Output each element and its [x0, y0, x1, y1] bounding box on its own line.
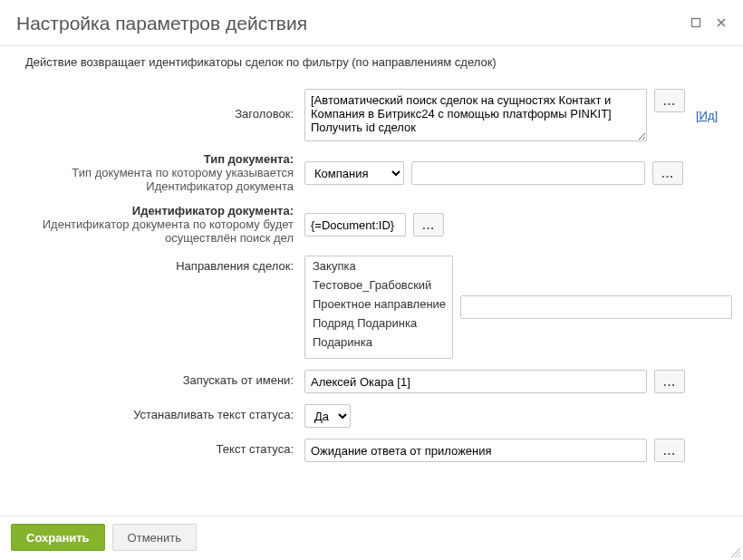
list-item[interactable]: Подряд Подаринка — [305, 314, 452, 333]
row-status-text: Текст статуса: ... — [13, 439, 727, 462]
doc-type-extra-input[interactable] — [411, 161, 645, 185]
run-as-dots-button[interactable]: ... — [654, 370, 685, 393]
status-text-input[interactable] — [304, 439, 647, 462]
row-title: Заголовок: [Автоматический поиск сделок … — [13, 89, 727, 141]
run-as-input[interactable] — [304, 370, 647, 393]
list-item[interactable]: Подаринка — [305, 333, 452, 352]
row-set-status: Устанавливать текст статуса: Да — [13, 404, 727, 428]
set-status-select[interactable]: Да — [304, 404, 351, 428]
label-doc-id: Идентификатор документа: — [13, 204, 294, 217]
row-run-as: Запускать от имени: ... — [13, 370, 727, 393]
close-icon[interactable] — [716, 17, 727, 30]
label-doc-id-sub: Идентификатор документа по которому буде… — [13, 217, 294, 245]
window-controls — [690, 17, 727, 30]
doc-type-dots-button[interactable]: ... — [652, 161, 683, 185]
doc-type-select[interactable]: Компания — [304, 161, 404, 185]
directions-listbox[interactable]: ЗакупкаТестовое_ГрабовскийПроектное напр… — [304, 256, 453, 359]
label-status-text: Текст статуса: — [13, 439, 304, 456]
save-button[interactable]: Сохранить — [11, 524, 105, 551]
title-textarea[interactable]: [Автоматический поиск сделок на сущностя… — [304, 89, 647, 141]
title-dots-button[interactable]: ... — [654, 89, 685, 112]
dialog-title: Настройка параметров действия — [16, 13, 307, 34]
maximize-icon[interactable] — [690, 17, 701, 30]
label-doc-type: Тип документа: — [13, 152, 294, 166]
dialog-settings: Настройка параметров действия Действие в… — [0, 0, 743, 560]
titlebar: Настройка параметров действия — [0, 0, 743, 45]
svg-rect-0 — [692, 19, 700, 27]
label-directions: Направления сделок: — [13, 256, 304, 273]
action-description: Действие возвращает идентификаторы сдело… — [13, 46, 727, 78]
scroll-area[interactable]: Действие возвращает идентификаторы сдело… — [0, 46, 739, 516]
body: Действие возвращает идентификаторы сдело… — [0, 46, 743, 516]
label-run-as: Запускать от имени: — [13, 370, 304, 387]
status-text-dots-button[interactable]: ... — [654, 439, 685, 462]
list-item[interactable]: Тестовое_Грабовский — [305, 275, 452, 294]
id-link[interactable]: [Ид] — [696, 109, 718, 122]
doc-id-input[interactable] — [304, 213, 406, 237]
label-set-status: Устанавливать текст статуса: — [13, 404, 304, 421]
row-doc-type: Тип документа: Тип документа по которому… — [13, 152, 727, 193]
footer: Сохранить Отменить — [0, 516, 743, 560]
directions-extra-input[interactable] — [460, 295, 732, 319]
list-item[interactable]: Проектное направление — [305, 294, 452, 314]
label-title: Заголовок: — [13, 89, 304, 121]
label-doc-type-sub: Тип документа по которому указывается Ид… — [13, 166, 294, 193]
doc-id-dots-button[interactable]: ... — [413, 213, 444, 237]
cancel-button[interactable]: Отменить — [112, 524, 197, 551]
row-doc-id: Идентификатор документа: Идентификатор д… — [13, 204, 727, 245]
list-item[interactable]: Закупка — [305, 256, 452, 275]
row-directions: Направления сделок: ЗакупкаТестовое_Граб… — [13, 256, 727, 359]
